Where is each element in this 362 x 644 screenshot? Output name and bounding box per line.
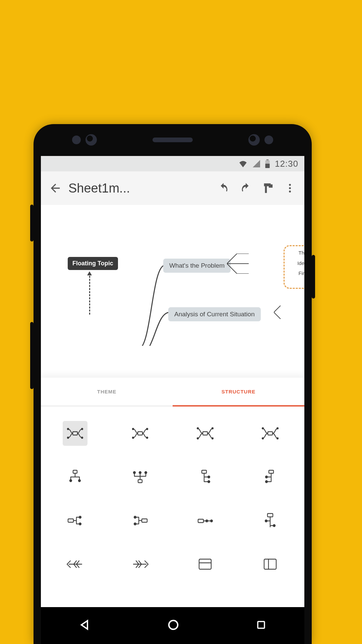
svg-point-23	[262, 438, 263, 439]
svg-rect-54	[258, 622, 264, 628]
svg-point-47	[210, 520, 213, 522]
svg-point-5	[289, 191, 291, 193]
svg-point-53	[169, 621, 178, 629]
svg-rect-42	[142, 519, 147, 522]
tab-structure[interactable]: STRUCTURE	[173, 378, 304, 407]
svg-point-37	[265, 476, 267, 478]
svg-point-43	[134, 516, 136, 518]
format-button[interactable]	[257, 177, 279, 199]
svg-rect-21	[268, 432, 273, 435]
signal-icon	[252, 160, 260, 167]
undo-button[interactable]	[213, 177, 235, 199]
mindmap-canvas[interactable]: Floating Topic What's the Problem Analys…	[41, 205, 304, 346]
subtopic-label[interactable]: Fir	[299, 270, 305, 276]
phone-side-button	[30, 322, 34, 389]
svg-rect-6	[73, 432, 77, 435]
wifi-icon	[239, 160, 247, 167]
angle-connector	[274, 306, 287, 319]
status-time: 12:30	[275, 159, 298, 169]
svg-point-35	[208, 481, 210, 483]
phone-side-button	[30, 205, 34, 241]
structure-timeline-horizontal[interactable]	[174, 500, 236, 541]
svg-point-22	[262, 428, 263, 429]
svg-point-30	[133, 472, 135, 474]
svg-point-3	[289, 184, 291, 186]
structure-map-variant-4[interactable]	[239, 413, 301, 453]
angle-connector	[227, 254, 249, 274]
nav-back-button[interactable]	[79, 619, 90, 632]
svg-point-49	[265, 520, 267, 522]
svg-point-32	[145, 472, 147, 474]
structure-timeline-vertical[interactable]	[239, 500, 301, 541]
structure-map-balanced[interactable]	[44, 413, 106, 453]
subtopic-label[interactable]: Ide	[297, 260, 304, 266]
svg-point-40	[79, 516, 81, 518]
phone-side-button	[312, 255, 315, 299]
svg-point-46	[206, 520, 208, 522]
svg-point-44	[134, 523, 136, 525]
svg-rect-16	[203, 432, 207, 435]
structure-tree-left[interactable]	[239, 457, 301, 497]
svg-point-19	[212, 428, 213, 429]
svg-rect-2	[265, 164, 269, 168]
subtopic-label[interactable]: Th	[298, 250, 304, 256]
structure-spreadsheet[interactable]	[174, 544, 236, 584]
svg-rect-33	[202, 470, 206, 473]
phone-frame: 12:30 Sheet1m... Floating Topic What's t…	[34, 124, 312, 644]
dashed-connector	[89, 273, 90, 315]
svg-point-28	[78, 480, 80, 482]
svg-rect-0	[266, 159, 269, 160]
floating-topic-node[interactable]: Floating Topic	[68, 257, 118, 270]
branch-connector	[138, 309, 170, 346]
svg-point-12	[132, 428, 134, 430]
svg-rect-36	[269, 470, 274, 473]
svg-point-10	[81, 437, 83, 438]
svg-point-38	[265, 481, 267, 483]
svg-rect-26	[73, 470, 77, 473]
svg-rect-29	[138, 480, 142, 483]
structure-tree-right[interactable]	[174, 457, 236, 497]
svg-point-8	[67, 437, 69, 438]
format-panel: THEME STRUCTURE	[41, 378, 304, 607]
android-navbar	[41, 607, 304, 644]
svg-rect-51	[199, 559, 211, 569]
phone-bezel-top	[34, 124, 312, 156]
svg-rect-45	[198, 519, 203, 523]
nav-recent-button[interactable]	[256, 620, 266, 631]
topic-node-problem[interactable]: What's the Problem	[163, 259, 231, 273]
structure-org-down[interactable]	[44, 457, 106, 497]
nav-home-button[interactable]	[167, 619, 179, 632]
structure-logic-left[interactable]	[109, 500, 171, 541]
svg-point-9	[81, 428, 83, 430]
svg-point-50	[273, 525, 275, 527]
svg-point-7	[67, 428, 69, 430]
menu-overflow-button[interactable]	[279, 177, 301, 199]
structure-logic-right[interactable]	[44, 500, 106, 541]
tab-theme[interactable]: THEME	[41, 378, 173, 406]
structure-matrix[interactable]	[239, 544, 301, 584]
structure-map-variant-3[interactable]	[174, 413, 236, 453]
battery-icon	[265, 159, 270, 168]
structure-fishbone-right[interactable]	[109, 544, 171, 584]
svg-point-27	[70, 480, 72, 482]
svg-point-14	[146, 428, 148, 430]
svg-rect-11	[138, 432, 142, 435]
svg-point-18	[197, 438, 198, 439]
status-bar: 12:30	[41, 156, 304, 171]
svg-point-24	[277, 428, 278, 429]
back-button[interactable]	[44, 177, 66, 199]
svg-point-20	[212, 438, 213, 439]
svg-point-31	[139, 472, 141, 474]
structure-fishbone-left[interactable]	[44, 544, 106, 584]
svg-point-25	[277, 438, 278, 439]
structure-grid	[41, 407, 304, 591]
structure-org-up[interactable]	[109, 457, 171, 497]
svg-point-41	[79, 523, 81, 525]
redo-button[interactable]	[235, 177, 257, 199]
panel-tabs: THEME STRUCTURE	[41, 378, 304, 407]
topic-node-analysis[interactable]: Analysis of Current Situation	[168, 307, 261, 321]
structure-map-clockwise[interactable]	[109, 413, 171, 453]
svg-point-13	[132, 437, 134, 438]
document-title[interactable]: Sheet1m...	[66, 181, 213, 196]
svg-rect-52	[264, 559, 276, 569]
